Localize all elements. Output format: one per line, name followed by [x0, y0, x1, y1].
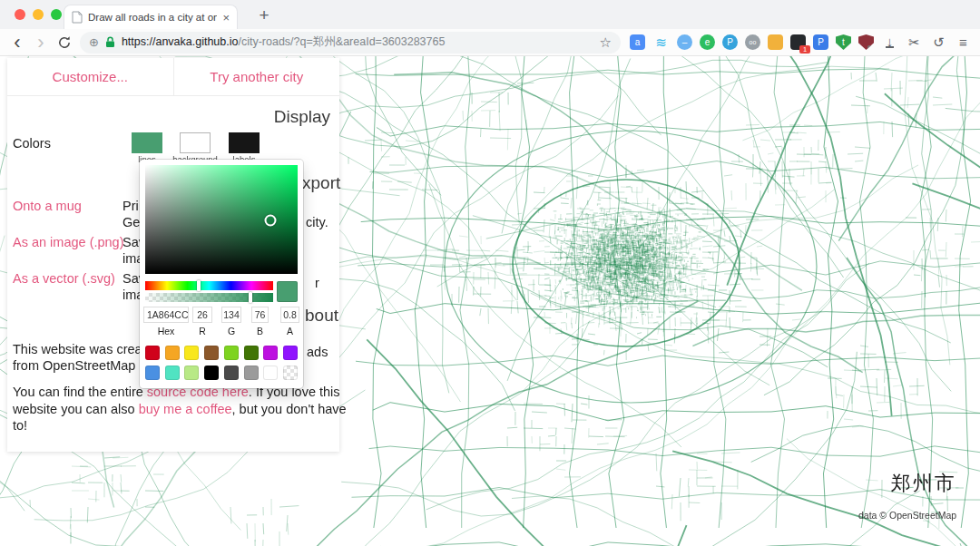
colors-label: Colors — [13, 136, 51, 151]
reload-icon[interactable] — [53, 35, 76, 50]
new-tab-button[interactable]: + — [252, 4, 276, 27]
panel-text-fragment: city. — [306, 215, 328, 229]
url-bar[interactable]: ⊕ https://anvaka.github.io/city-roads/?q… — [80, 32, 621, 54]
browser-chrome: Draw all roads in a city at once × + ‹ ›… — [0, 0, 980, 56]
browser-toolbar: ‹ › ⊕ https://anvaka.github.io/city-road… — [0, 29, 980, 56]
panel-text-fragment: ads — [307, 345, 328, 359]
paragraph-text: , but you don't have — [232, 402, 347, 416]
tab-close-icon[interactable]: × — [222, 11, 230, 24]
p-extension-icon[interactable]: P — [813, 34, 828, 50]
paragraph-text: website you can also — [13, 402, 139, 416]
wifi-extension-icon[interactable]: ≋ — [652, 34, 670, 50]
video-downloader-extension-icon[interactable]: – — [677, 34, 692, 50]
preset-color-F5A623[interactable] — [165, 346, 180, 360]
preset-color-BD10E0[interactable] — [263, 346, 278, 360]
undo-icon[interactable]: ↺ — [930, 34, 947, 50]
r-input[interactable]: 26 — [192, 307, 212, 323]
try-another-city-button[interactable]: Try another city — [173, 58, 340, 95]
current-color-swatch — [277, 281, 298, 302]
preset-color-417505[interactable] — [244, 346, 259, 360]
onto-a-mug-link[interactable]: Onto a mug — [13, 199, 82, 213]
panel-button-row: Customize... Try another city — [7, 58, 339, 96]
alpha-slider-thumb[interactable] — [249, 292, 252, 303]
a-input[interactable]: 0.8 — [280, 307, 299, 323]
secure-lock-icon — [105, 36, 115, 48]
menu-icon[interactable]: ≡ — [955, 34, 972, 50]
panel-text-fragment: Pri — [122, 199, 139, 213]
preset-color-4A4A4A[interactable] — [224, 366, 239, 380]
badge-count: 1 — [799, 45, 810, 54]
panel-text-fragment: This website was create — [13, 342, 153, 356]
shield-plus-icon[interactable]: ⊕ — [89, 35, 99, 49]
labels-color-swatch[interactable] — [229, 132, 260, 153]
paragraph-text: to! — [13, 418, 27, 433]
paragraph-text: You can find the entire — [13, 385, 147, 399]
about-paragraph: You can find the entire source code here… — [13, 384, 347, 434]
preset-color-9013FE[interactable] — [283, 346, 298, 360]
saturation-cursor[interactable] — [265, 215, 277, 227]
preset-color-D0021B[interactable] — [145, 346, 160, 360]
section-heading-fragment: bout — [305, 306, 338, 326]
preset-color-4A90E2[interactable] — [145, 366, 160, 380]
panel-text-fragment: Ge — [122, 215, 140, 229]
preset-color-transparent[interactable] — [283, 366, 298, 380]
back-icon[interactable]: ‹ — [5, 32, 29, 54]
preset-color-B8E986[interactable] — [184, 366, 199, 380]
pushbullet-extension-icon[interactable]: P — [722, 34, 738, 50]
buy-me-a-coffee-link[interactable]: buy me a coffee — [139, 402, 232, 416]
lines-color-swatch[interactable] — [132, 132, 162, 153]
hex-input[interactable]: 1A864CC — [143, 307, 189, 323]
green-shield-extension-icon[interactable]: t — [836, 34, 851, 50]
translate-extension-icon[interactable]: a — [630, 34, 645, 50]
preset-color-F8E71C[interactable] — [184, 346, 199, 360]
forward-icon: › — [29, 32, 53, 54]
panel-text-fragment: from OpenStreetMap a — [13, 358, 147, 373]
tampermonkey-extension-icon[interactable]: 1 — [790, 34, 806, 50]
alpha-slider[interactable] — [145, 293, 273, 302]
scissors-icon[interactable]: ✂ — [906, 34, 923, 50]
preset-color-FFFFFF[interactable] — [263, 366, 278, 380]
tab-title: Draw all roads in a city at once — [88, 12, 217, 23]
city-name-label: 郑州市 — [891, 470, 956, 497]
b-field-label: B — [251, 326, 269, 336]
red-shield-extension-icon[interactable]: 1 — [858, 34, 874, 50]
preset-color-8B572A[interactable] — [204, 346, 219, 360]
extension-icons-row: a≋–ePoo1Pt1↓✂↺≡ — [630, 34, 972, 50]
background-color-swatch[interactable] — [180, 132, 211, 153]
minimize-window-button[interactable] — [33, 9, 44, 20]
hue-slider[interactable] — [145, 281, 273, 290]
close-window-button[interactable] — [15, 9, 25, 20]
section-heading-fragment: xport — [302, 173, 340, 193]
page-favicon-icon — [72, 11, 83, 24]
preset-color-000000[interactable] — [204, 366, 219, 380]
badge-count: 1 — [867, 45, 878, 54]
hex-field-label: Hex — [143, 326, 189, 336]
osm-attribution: data © OpenStreetMap — [858, 510, 956, 521]
preset-color-50E3C2[interactable] — [165, 366, 180, 380]
tab-strip: Draw all roads in a city at once × + — [0, 0, 980, 29]
browser-tab[interactable]: Draw all roads in a city at once × — [64, 5, 238, 29]
as-an-image-link[interactable]: As an image (.png) — [13, 235, 124, 249]
b-input[interactable]: 76 — [251, 307, 269, 323]
g-input[interactable]: 134 — [221, 307, 241, 323]
zoom-window-button[interactable] — [51, 9, 62, 20]
glasses-extension-icon[interactable]: oo — [745, 34, 760, 50]
url-text[interactable]: https://anvaka.github.io/city-roads/?q=郑… — [122, 34, 593, 50]
panel-text-fragment: r — [315, 276, 319, 290]
downloads-icon[interactable]: ↓ — [881, 34, 898, 50]
color-picker-popup: 1A864CCHex26R134G76B0.8A — [140, 160, 303, 388]
evernote-extension-icon[interactable]: e — [700, 34, 715, 50]
display-heading: Display — [274, 107, 330, 127]
r-field-label: R — [192, 326, 212, 336]
preset-color-9B9B9B[interactable] — [244, 366, 259, 380]
customize-button[interactable]: Customize... — [7, 58, 173, 95]
g-field-label: G — [221, 326, 241, 336]
page-content: 郑州市 data © OpenStreetMap Customize... Tr… — [0, 56, 980, 546]
as-a-vector-link[interactable]: As a vector (.svg) — [13, 271, 115, 286]
a-field-label: A — [280, 326, 299, 336]
bookmark-star-icon[interactable]: ☆ — [600, 34, 612, 51]
hue-slider-thumb[interactable] — [197, 280, 201, 291]
preset-color-7ED321[interactable] — [224, 346, 239, 360]
dog-extension-icon[interactable] — [768, 34, 783, 50]
saturation-area[interactable] — [145, 165, 298, 274]
